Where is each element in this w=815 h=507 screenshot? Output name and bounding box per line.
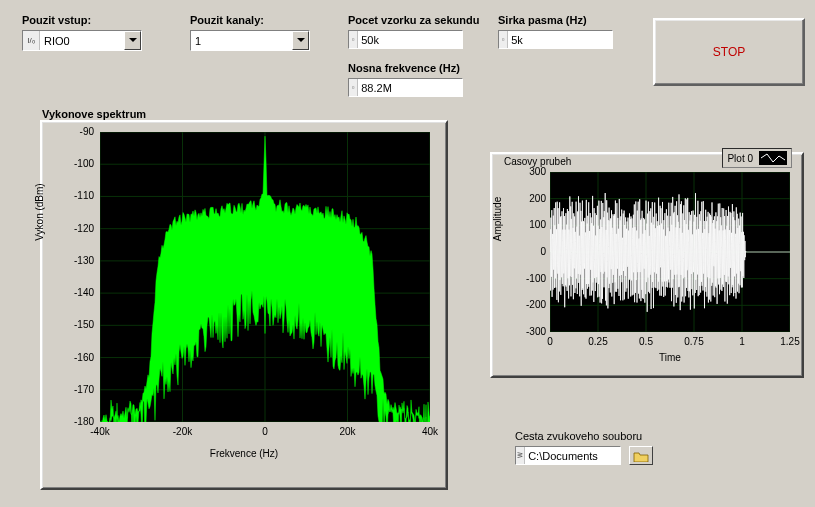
- ytick: -160: [60, 352, 94, 363]
- xtick: 0: [250, 426, 280, 437]
- filepath-label: Cesta zvukoveho souboru: [515, 430, 653, 442]
- xtick: 1: [728, 336, 756, 347]
- ytick: -120: [60, 223, 94, 234]
- chevron-down-icon[interactable]: [124, 31, 141, 50]
- legend-swatch: [759, 151, 787, 165]
- stop-button[interactable]: STOP: [653, 18, 805, 86]
- bandwidth-input[interactable]: [508, 31, 612, 48]
- carrier-field[interactable]: ▫: [348, 78, 463, 97]
- samples-field[interactable]: ▫: [348, 30, 463, 49]
- channels-value: 1: [191, 35, 292, 47]
- xtick: -40k: [85, 426, 115, 437]
- waveform-ylabel: Amplitude: [492, 174, 503, 264]
- xtick: 20k: [333, 426, 363, 437]
- bandwidth-label: Sirka pasma (Hz): [498, 14, 628, 26]
- spectrum-plot-area: [100, 132, 430, 422]
- spin-icon[interactable]: ▫: [349, 31, 358, 48]
- bandwidth-field[interactable]: ▫: [498, 30, 613, 49]
- xtick: 0.5: [632, 336, 660, 347]
- xtick: 0: [536, 336, 564, 347]
- ytick: -100: [512, 273, 546, 284]
- input-dropdown[interactable]: I/₀ RIO0: [22, 30, 142, 51]
- ytick: -90: [60, 126, 94, 137]
- xtick: 0.75: [680, 336, 708, 347]
- waveform-graph: Plot 0 Casovy prubeh -300-200-1000100200…: [490, 152, 804, 378]
- ytick: -170: [60, 384, 94, 395]
- ytick: -140: [60, 287, 94, 298]
- browse-button[interactable]: [629, 446, 653, 465]
- input-label: Pouzit vstup:: [22, 14, 152, 26]
- waveform-plot-area: [550, 172, 790, 332]
- xtick: 0.25: [584, 336, 612, 347]
- channels-dropdown[interactable]: 1: [190, 30, 310, 51]
- ytick: -110: [60, 190, 94, 201]
- ytick: 300: [512, 166, 546, 177]
- ytick: -130: [60, 255, 94, 266]
- ytick: -150: [60, 319, 94, 330]
- carrier-input[interactable]: [358, 79, 462, 96]
- carrier-label: Nosna frekvence (Hz): [348, 62, 498, 74]
- waveform-xlabel: Time: [550, 352, 790, 363]
- filepath-input[interactable]: [525, 447, 620, 464]
- legend-label: Plot 0: [727, 153, 753, 164]
- spin-icon[interactable]: ▫: [349, 79, 358, 96]
- spectrum-ylabel: Vykon (dBm): [34, 152, 45, 272]
- ytick: 100: [512, 219, 546, 230]
- channels-label: Pouzit kanaly:: [190, 14, 320, 26]
- io-icon: I/₀: [23, 31, 40, 50]
- xtick: 40k: [415, 426, 445, 437]
- xtick: 1.25: [776, 336, 804, 347]
- stop-button-label: STOP: [713, 45, 745, 59]
- xtick: -20k: [168, 426, 198, 437]
- waveform-legend[interactable]: Plot 0: [722, 148, 792, 168]
- filepath-field[interactable]: ᕒ: [515, 446, 621, 465]
- samples-input[interactable]: [358, 31, 462, 48]
- chevron-down-icon[interactable]: [292, 31, 309, 50]
- ytick: 200: [512, 193, 546, 204]
- spectrum-xlabel: Frekvence (Hz): [42, 448, 446, 459]
- ytick: 0: [512, 246, 546, 257]
- path-icon: ᕒ: [516, 447, 525, 464]
- samples-label: Pocet vzorku za sekundu: [348, 14, 498, 26]
- input-value: RIO0: [40, 35, 124, 47]
- spectrum-graph: -180-170-160-150-140-130-120-110-100-90 …: [40, 120, 448, 490]
- folder-icon: [633, 450, 649, 462]
- spectrum-title: Vykonove spektrum: [42, 108, 146, 120]
- ytick: -200: [512, 299, 546, 310]
- ytick: -100: [60, 158, 94, 169]
- spin-icon[interactable]: ▫: [499, 31, 508, 48]
